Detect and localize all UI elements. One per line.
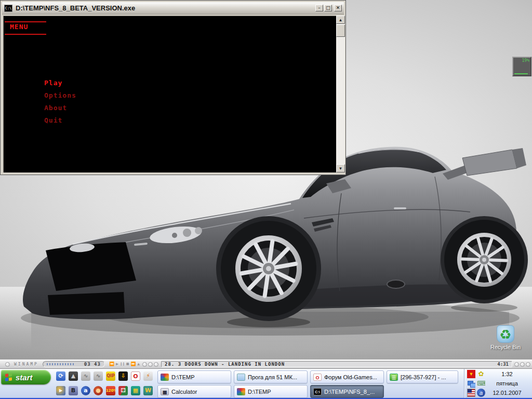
quicklaunch-download-master-icon[interactable]: ⇩ bbox=[118, 371, 128, 381]
stop-icon[interactable]: ■ bbox=[126, 361, 129, 368]
console-title: D:\TEMP\NFS_8_BETA_VERSION.exe bbox=[16, 4, 135, 12]
quicklaunch-the-bat-icon[interactable]: B bbox=[69, 386, 78, 395]
playlist-shade-button[interactable] bbox=[520, 362, 525, 367]
maximize-button[interactable]: □ bbox=[324, 5, 332, 11]
icq-card-icon: ☰ bbox=[390, 374, 398, 381]
system-tray: ▼ ✿ ⌨ a 1:32 пятница 12.01.2007 bbox=[464, 369, 532, 398]
folder-icon bbox=[237, 388, 245, 395]
minimize-button[interactable]: – bbox=[315, 5, 323, 11]
quicklaunch-red-disc-icon[interactable]: ● bbox=[94, 386, 103, 395]
winamp-shade-bar[interactable]: WINAMP 03 43 ⏪ ▶ ❙❙ ■ ⏩ ▲ 28. 3 DOORS DO… bbox=[0, 360, 532, 369]
menu-rule-bottom bbox=[5, 34, 46, 35]
scroll-up-button[interactable]: ▲ bbox=[336, 16, 345, 24]
taskbutton-proga-51mk[interactable]: Прога для 51 МК... bbox=[234, 370, 308, 383]
previous-icon[interactable]: ⏪ bbox=[109, 361, 114, 368]
tray-date: 12.01.2007 bbox=[485, 388, 529, 397]
start-button[interactable]: start bbox=[1, 370, 51, 384]
quicklaunch-opera-icon[interactable]: O bbox=[131, 371, 140, 381]
recycle-bin-label: Recycle Bin bbox=[489, 344, 522, 350]
play-icon[interactable]: ▶ bbox=[116, 361, 118, 368]
download-master-tray-icon[interactable]: ▼ bbox=[467, 370, 475, 378]
taskbutton-calculator[interactable]: ▦ Calculator bbox=[157, 385, 231, 398]
console-icon: C:\ bbox=[313, 388, 322, 395]
quicklaunch-qip-icon[interactable]: QIP bbox=[106, 371, 115, 381]
cpu-monitor-graph bbox=[514, 73, 528, 74]
winamp-logo: WINAMP bbox=[14, 362, 38, 367]
winamp-playlist-display: 28. 3 DOORS DOWN - LANDING IN LONDON 4:3… bbox=[161, 361, 512, 367]
taskbutton-icq-number[interactable]: ☰ [296-357-927] - ... bbox=[387, 370, 458, 383]
winamp-track-length: 4:31 bbox=[497, 362, 509, 367]
keyboard-tool-icon[interactable]: ⌨ bbox=[477, 379, 485, 388]
taskbutton-forum-old-games[interactable]: O Форум Old-Games... bbox=[310, 370, 384, 383]
windows-flag-icon bbox=[5, 373, 12, 381]
next-icon[interactable]: ⏩ bbox=[130, 361, 136, 368]
quicklaunch-swoosh-icon-2[interactable]: ∿ bbox=[94, 371, 103, 381]
tray-clock[interactable]: 1:32 пятница 12.01.2007 bbox=[485, 369, 529, 397]
winamp-menu-button[interactable] bbox=[5, 362, 10, 367]
notepad-icon bbox=[237, 374, 245, 381]
quicklaunch-percent-120-icon[interactable]: 120% bbox=[106, 386, 115, 395]
winamp-elapsed-time: 03 43 bbox=[84, 362, 101, 367]
opera-icon: O bbox=[313, 374, 322, 381]
scroll-thumb[interactable] bbox=[336, 24, 345, 37]
quicklaunch-blue-a-icon[interactable]: a bbox=[81, 386, 90, 395]
taskbutton-temp-folder-2[interactable]: D:\TEMP bbox=[234, 385, 308, 398]
tray-day: пятница bbox=[485, 379, 529, 388]
console-titlebar[interactable]: C:\ D:\TEMP\NFS_8_BETA_VERSION.exe – □ ✕ bbox=[2, 2, 344, 15]
recycle-bin[interactable]: ♻ Recycle Bin bbox=[489, 325, 522, 350]
winamp-track-title: 28. 3 DOORS DOWN - LANDING IN LONDON bbox=[165, 362, 285, 367]
quicklaunch-sync-blue-icon[interactable]: ⟳ bbox=[56, 371, 65, 381]
start-button-label: start bbox=[16, 373, 33, 382]
quicklaunch-winamp-icon[interactable]: ⚡ bbox=[143, 371, 153, 381]
scroll-down-button[interactable]: ▼ bbox=[336, 164, 345, 172]
network-icon[interactable] bbox=[467, 379, 475, 388]
quicklaunch-wow-icon[interactable]: W bbox=[143, 386, 153, 395]
recycle-bin-icon: ♻ bbox=[497, 325, 514, 343]
winamp-close-button[interactable] bbox=[154, 362, 158, 367]
taskbar: start ⟳ ▲ ∿ ∿ QIP ⇩ O ⚡ ▶ B a ● 120% ⚃ ▦… bbox=[0, 369, 532, 399]
winamp-visualizer bbox=[47, 363, 74, 365]
menu-item-quit: Quit bbox=[44, 116, 62, 124]
console-icon: C:\ bbox=[4, 5, 12, 12]
pause-icon[interactable]: ❙❙ bbox=[120, 361, 125, 368]
folder-icon bbox=[161, 374, 169, 381]
punto-switcher-icon[interactable]: a bbox=[477, 389, 485, 397]
quicklaunch-media-player-icon[interactable]: ▶ bbox=[56, 386, 65, 395]
quicklaunch-akelpad-icon[interactable]: ▦ bbox=[131, 386, 140, 395]
playlist-minimize-button[interactable] bbox=[514, 362, 519, 367]
menu-item-play: Play bbox=[44, 79, 62, 87]
winamp-shade-button[interactable] bbox=[148, 362, 153, 367]
playlist-close-button[interactable] bbox=[526, 362, 530, 367]
qip-flower-icon[interactable]: ✿ bbox=[477, 370, 485, 378]
console-scrollbar[interactable]: ▲ ▼ bbox=[336, 16, 345, 172]
menu-item-options: Options bbox=[44, 91, 76, 99]
tray-time: 1:32 bbox=[485, 369, 529, 379]
console-window: C:\ D:\TEMP\NFS_8_BETA_VERSION.exe – □ ✕… bbox=[0, 0, 346, 175]
quicklaunch-dice-icon[interactable]: ⚃ bbox=[118, 386, 128, 395]
eject-icon[interactable]: ▲ bbox=[137, 361, 140, 368]
quicklaunch-pyramid-icon[interactable]: ▲ bbox=[69, 371, 78, 381]
close-button[interactable]: ✕ bbox=[334, 5, 342, 11]
console-screen: MENU Play Options About Quit bbox=[3, 16, 336, 172]
menu-item-about: About bbox=[44, 104, 67, 112]
keyboard-layout-flag-icon[interactable] bbox=[467, 389, 475, 397]
calculator-icon: ▦ bbox=[161, 388, 169, 395]
taskbutton-nfs8-console[interactable]: C:\ D:\TEMP\NFS_8_... bbox=[310, 385, 384, 398]
cpu-monitor-gadget: 19% bbox=[512, 57, 531, 76]
console-menu-header: MENU bbox=[10, 23, 28, 31]
winamp-minimize-button[interactable] bbox=[142, 362, 147, 367]
menu-rule-top bbox=[5, 21, 46, 22]
winamp-display: 03 43 bbox=[43, 361, 105, 367]
cpu-monitor-value: 19% bbox=[522, 58, 529, 63]
quicklaunch-swoosh-icon-1[interactable]: ∿ bbox=[81, 371, 90, 381]
taskbutton-temp-folder-1[interactable]: D:\TEMP bbox=[157, 370, 231, 383]
